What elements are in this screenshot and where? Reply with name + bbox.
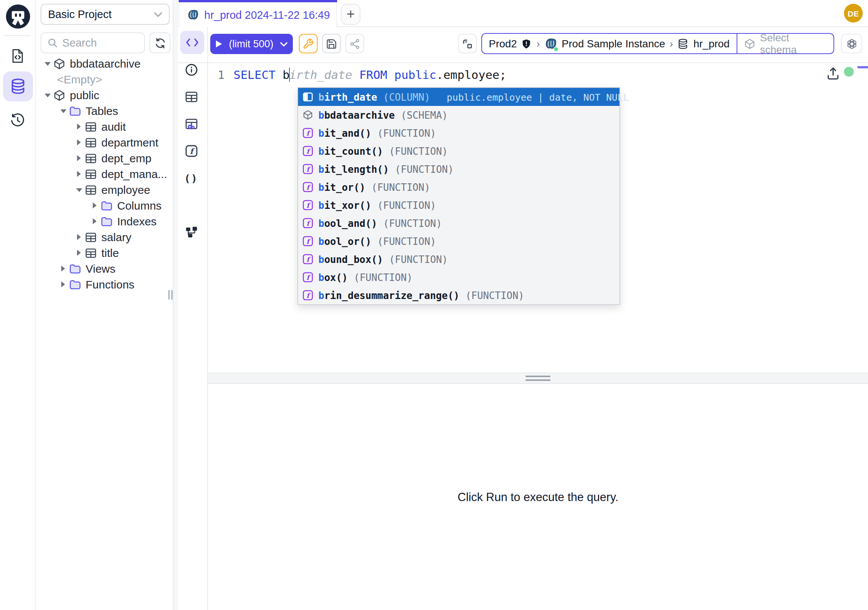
autocomplete-item-bit-count[interactable]: fbit_count()(FUNCTION) (298, 142, 620, 160)
autocomplete-item-brin-desummarize-range[interactable]: fbrin_desummarize_range()(FUNCTION) (298, 286, 620, 304)
share-icon (349, 38, 360, 49)
table-icon (85, 137, 97, 148)
tree-item-label: public (70, 88, 99, 101)
sql-editor-line[interactable]: SELECT birth_date FROM public.employee; (234, 64, 507, 86)
tree-item-columns[interactable]: Columns (36, 197, 173, 213)
caret-right-icon[interactable] (74, 155, 84, 161)
tree-item-label: Views (85, 262, 116, 275)
connection-context[interactable]: Prod2 › Prod Sample Instance › hr_prod (482, 34, 736, 53)
batch-query-button[interactable] (458, 34, 477, 53)
tree-item-empty[interactable]: <Empty> (36, 71, 173, 87)
caret-down-icon[interactable] (58, 109, 68, 113)
table-icon (85, 152, 97, 164)
caret-down-icon[interactable] (42, 93, 53, 97)
tree-item-salary[interactable]: salary (36, 229, 173, 245)
run-query-button[interactable]: (limit 500) (210, 34, 293, 54)
chevron-down-icon (154, 12, 162, 17)
rail-item-history[interactable] (8, 110, 27, 130)
autocomplete-item-birth-date[interactable]: birth_date(COLUMN)public.employee | date… (298, 88, 620, 106)
tree-item-public[interactable]: public (36, 87, 173, 103)
tree-item-dept-mana[interactable]: dept_mana... (36, 166, 173, 182)
caret-right-icon[interactable] (89, 218, 100, 225)
tree-item-bbdataarchive[interactable]: bbdataarchive (36, 56, 173, 71)
ai-assistant-button[interactable] (841, 34, 862, 53)
caret-right-icon[interactable] (89, 202, 100, 209)
tree-item-title[interactable]: title (36, 245, 173, 261)
strip-schema-diagram-button[interactable] (184, 225, 198, 239)
tab-title: hr_prod 2024-11-22 16:49 (204, 9, 330, 21)
rail-item-worksheets[interactable] (8, 46, 27, 65)
schema-select[interactable]: Select schema (737, 34, 834, 53)
share-button[interactable] (346, 34, 364, 53)
autocomplete-item-bound-box[interactable]: fbound_box()(FUNCTION) (298, 250, 620, 268)
caret-right-icon[interactable] (74, 171, 84, 177)
export-icon[interactable] (826, 66, 840, 81)
project-select[interactable]: Basic Project (40, 4, 170, 25)
search-input[interactable]: Search (40, 32, 145, 53)
tree-item-indexes[interactable]: Indexes (36, 213, 173, 229)
environment-protected-shield-icon (521, 38, 532, 49)
code-token: FROM (359, 68, 388, 82)
tree-item-tables[interactable]: Tables (36, 103, 173, 119)
tree-item-functions[interactable]: Functions (36, 276, 173, 292)
caret-right-icon[interactable] (74, 250, 84, 256)
caret-down-icon[interactable] (42, 61, 53, 66)
caret-right-icon[interactable] (74, 234, 84, 241)
database-icon (9, 78, 27, 95)
sidebar-resize-handle[interactable] (168, 290, 173, 300)
tree-item-views[interactable]: Views (36, 261, 173, 276)
toolbar-divider (175, 62, 868, 63)
table-detail-icon (184, 90, 198, 104)
avatar[interactable]: DE (844, 4, 863, 23)
strip-procedure-button[interactable]: () (184, 171, 198, 185)
function-icon: f (302, 218, 313, 228)
completion-type: (FUNCTION) (353, 272, 412, 283)
tree-item-department[interactable]: department (36, 135, 173, 150)
autocomplete-item-bit-xor[interactable]: fbit_xor()(FUNCTION) (298, 196, 620, 214)
completion-label: bit_xor() (318, 199, 371, 211)
bytebase-logo[interactable] (5, 4, 31, 29)
postgresql-icon (187, 9, 199, 21)
strip-info-button[interactable] (184, 63, 198, 77)
code-editor-mode-button[interactable] (180, 31, 204, 54)
caret-right-icon[interactable] (58, 265, 68, 272)
completion-type: (FUNCTION) (389, 253, 448, 265)
line-number: 1 (208, 64, 225, 86)
caret-right-icon[interactable] (74, 139, 84, 146)
caret-right-icon[interactable] (74, 123, 84, 130)
column-icon (302, 92, 313, 102)
tree-item-employee[interactable]: employee (36, 182, 173, 197)
panel-resize-gutter[interactable] (173, 0, 178, 610)
editor-side-toolbar: f() (175, 63, 207, 239)
tree-item-dept-emp[interactable]: dept_emp (36, 150, 173, 166)
search-icon (47, 37, 58, 48)
strip-function-button[interactable]: f (184, 144, 198, 158)
code-token: b (283, 68, 290, 82)
caret-down-icon[interactable] (74, 188, 84, 192)
strip-external-table-button[interactable] (184, 117, 198, 131)
autocomplete-item-bit-length[interactable]: fbit_length()(FUNCTION) (298, 160, 620, 178)
code-token: public (394, 68, 436, 82)
completion-type: (FUNCTION) (395, 163, 454, 175)
query-settings-button[interactable] (299, 34, 318, 53)
autocomplete-item-bit-or[interactable]: fbit_or()(FUNCTION) (298, 178, 620, 196)
autocomplete-item-bbdataarchive[interactable]: bbdataarchive(SCHEMA) (298, 106, 620, 124)
completion-type: (SCHEMA) (401, 109, 448, 121)
folder-icon (101, 215, 113, 227)
instance-label: Prod Sample Instance (562, 37, 665, 50)
rail-item-databases[interactable] (3, 71, 33, 101)
refresh-button[interactable] (149, 32, 170, 53)
autocomplete-item-bool-or[interactable]: fbool_or()(FUNCTION) (298, 232, 620, 250)
autocomplete-item-bit-and[interactable]: fbit_and()(FUNCTION) (298, 124, 620, 142)
strip-table-partition-button[interactable] (184, 198, 198, 212)
caret-right-icon[interactable] (58, 281, 68, 288)
completion-label: bound_box() (318, 253, 383, 265)
strip-table-detail-button[interactable] (184, 90, 198, 104)
tree-item-audit[interactable]: audit (36, 119, 173, 135)
new-tab-button[interactable]: + (341, 4, 360, 25)
save-button[interactable] (322, 34, 341, 53)
autocomplete-item-box[interactable]: fbox()(FUNCTION) (298, 268, 620, 286)
tab-hr-prod[interactable]: hr_prod 2024-11-22 16:49 (179, 0, 337, 27)
autocomplete-item-bool-and[interactable]: fbool_and()(FUNCTION) (298, 214, 620, 232)
results-splitter[interactable] (208, 373, 868, 384)
